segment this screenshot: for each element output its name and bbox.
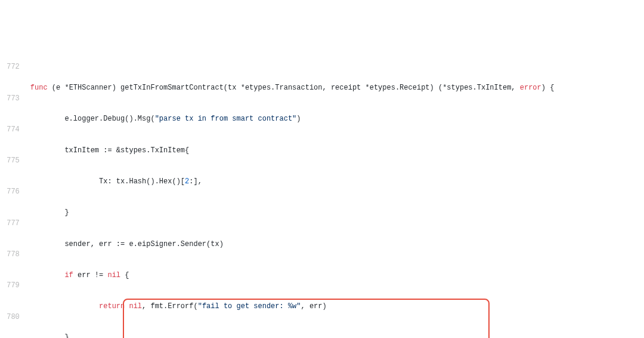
line-number: 775 — [2, 156, 20, 167]
code-line: txInItem := &stypes.TxInItem{ — [30, 146, 644, 156]
line-number: 772 — [2, 62, 20, 73]
code-line: } — [30, 333, 644, 338]
code-line: Tx: tx.Hash().Hex()[2:], — [30, 177, 644, 188]
code-line: sender, err := e.eipSigner.Sender(tx) — [30, 239, 644, 250]
line-number: 777 — [2, 219, 20, 229]
line-number: 779 — [2, 281, 20, 291]
code-line: return nil, fmt.Errorf("fail to get send… — [30, 302, 644, 312]
line-number: 773 — [2, 94, 20, 105]
line-number-gutter: 772 773 774 775 776 777 778 779 780 781 … — [0, 42, 24, 338]
code-area: func (e *ETHScanner) getTxInFromSmartCon… — [24, 42, 644, 338]
line-number: 780 — [2, 312, 20, 323]
line-number: 778 — [2, 250, 20, 260]
code-line: func (e *ETHScanner) getTxInFromSmartCon… — [30, 83, 644, 94]
line-number: 774 — [2, 125, 20, 136]
code-line: } — [30, 208, 644, 219]
line-number: 776 — [2, 187, 20, 198]
code-line: if err != nil { — [30, 271, 644, 281]
code-container: 772 773 774 775 776 777 778 779 780 781 … — [0, 42, 644, 338]
code-line: e.logger.Debug().Msg("parse tx in from s… — [30, 114, 644, 125]
